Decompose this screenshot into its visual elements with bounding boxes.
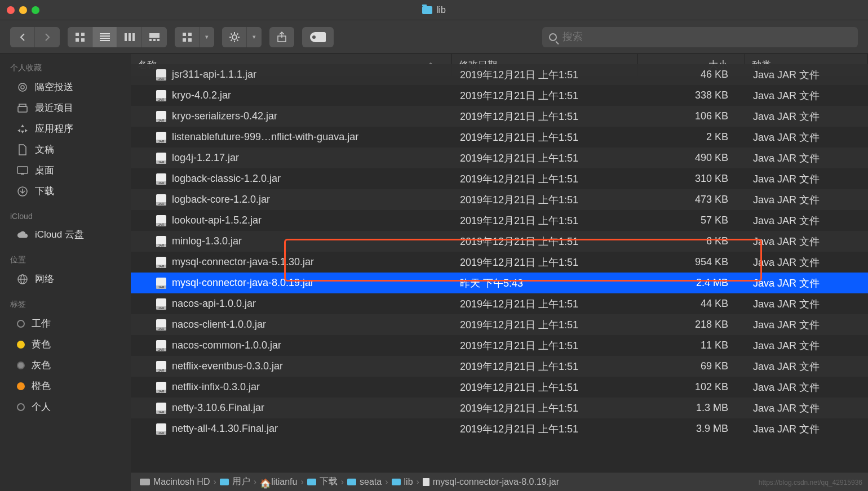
sidebar-item-label: 个人 [32,400,51,413]
file-row[interactable]: logback-core-1.2.0.jar2019年12月21日 上午1:51… [131,189,868,210]
list-view-button[interactable] [92,27,117,47]
file-row[interactable]: lookout-api-1.5.2.jar2019年12月21日 上午1:515… [131,210,868,231]
window-maximize-button[interactable] [32,6,39,14]
jar-file-icon [156,319,166,331]
file-row[interactable]: kryo-serializers-0.42.jar2019年12月21日 上午1… [131,106,868,127]
path-segment[interactable]: lib [392,477,413,487]
file-name: logback-core-1.2.0.jar [172,194,270,206]
sidebar-tag-黄色[interactable]: 黄色 [0,334,131,355]
file-rows[interactable]: jsr311-api-1.1.1.jar2019年12月21日 上午1:5146… [131,64,868,472]
jar-file-icon [156,69,166,81]
file-row[interactable]: log4j-1.2.17.jar2019年12月21日 上午1:51490 KB… [131,148,868,168]
tag-dot-icon [17,361,25,369]
file-row[interactable]: minlog-1.3.0.jar2019年12月21日 上午1:516 KBJa… [131,231,868,252]
path-label: lib [404,477,413,487]
chevron-down-icon[interactable]: ▾ [247,27,262,47]
path-bar[interactable]: Macintosh HD›用户›🏠litianfu›下载›seata›lib›m… [131,472,868,491]
file-row[interactable]: listenablefuture-999…nflict-with-guava.j… [131,127,868,148]
path-segment[interactable]: 下载 [307,476,338,488]
sidebar-item-network[interactable]: 网络 [0,269,131,289]
gear-icon[interactable] [222,27,247,47]
sidebar-head-tags: 标签 [0,296,131,313]
sidebar-tag-个人[interactable]: 个人 [0,396,131,417]
back-button[interactable] [10,27,35,47]
jar-file-icon [156,236,166,247]
icon-view-button[interactable] [68,27,92,47]
file-size: 310 KB [638,173,745,185]
svg-rect-16 [188,33,192,36]
file-name: jsr311-api-1.1.1.jar [172,69,256,81]
desktop-icon [17,165,28,176]
column-view-button[interactable] [117,27,142,47]
arrange-button[interactable] [175,27,200,47]
file-row[interactable]: netty-3.10.6.Final.jar2019年12月21日 上午1:51… [131,398,868,418]
file-size: 2.4 MB [638,277,745,289]
sidebar-item-downloads[interactable]: 下载 [0,181,131,202]
file-date: 2019年12月21日 上午1:51 [452,89,638,102]
file-kind: Java JAR 文件 [745,276,868,290]
chevron-down-icon[interactable]: ▾ [200,27,214,47]
svg-rect-26 [21,173,24,175]
arrange-group[interactable]: ▾ [175,27,214,47]
svg-rect-1 [81,33,85,36]
jar-file-icon [156,194,166,206]
tags-button[interactable] [302,27,334,47]
sidebar-item-recents[interactable]: 最近项目 [0,97,131,118]
window-minimize-button[interactable] [19,6,27,14]
svg-rect-12 [149,39,152,41]
share-button[interactable] [269,27,294,47]
file-row[interactable]: logback-classic-1.2.0.jar2019年12月21日 上午1… [131,168,868,189]
svg-rect-11 [149,33,160,38]
tag-dot-icon [17,320,25,328]
file-row[interactable]: nacos-common-1.0.0.jar2019年12月21日 上午1:51… [131,335,868,356]
svg-rect-5 [100,35,110,37]
file-kind: Java JAR 文件 [745,422,868,436]
file-row[interactable]: netflix-eventbus-0.3.0.jar2019年12月21日 上午… [131,356,868,377]
search-input[interactable] [563,31,851,43]
file-row[interactable]: netflix-infix-0.3.0.jar2019年12月21日 上午1:5… [131,377,868,398]
sidebar-tag-橙色[interactable]: 橙色 [0,376,131,396]
apps-icon [17,123,28,135]
svg-rect-8 [125,33,127,41]
window-close-button[interactable] [7,6,15,14]
file-row[interactable]: kryo-4.0.2.jar2019年12月21日 上午1:51338 KBJa… [131,85,868,106]
file-name: listenablefuture-999…nflict-with-guava.j… [172,131,358,143]
path-segment[interactable]: Macintosh HD [140,477,210,487]
file-row[interactable]: mysql-connector-java-8.0.19.jar昨天 下午5:43… [131,273,868,293]
sidebar-tag-工作[interactable]: 工作 [0,313,131,334]
recents-icon [17,102,28,114]
file-row[interactable]: nacos-api-1.0.0.jar2019年12月21日 上午1:5144 … [131,293,868,314]
file-row[interactable]: nacos-client-1.0.0.jar2019年12月21日 上午1:51… [131,314,868,335]
window-title: lib [437,5,446,15]
sidebar-item-desktop[interactable]: 桌面 [0,160,131,181]
file-date: 2019年12月21日 上午1:51 [452,401,638,415]
file-row[interactable]: jsr311-api-1.1.1.jar2019年12月21日 上午1:5146… [131,64,868,85]
file-row[interactable]: mysql-connector-java-5.1.30.jar2019年12月2… [131,252,868,273]
file-size: 46 KB [638,69,745,81]
action-group[interactable]: ▾ [222,27,262,47]
path-segment[interactable]: 🏠litianfu [260,477,297,487]
file-size: 6 KB [638,235,745,247]
sidebar-tag-灰色[interactable]: 灰色 [0,355,131,376]
search-field[interactable] [542,27,858,47]
file-row[interactable]: netty-all-4.1.30.Final.jar2019年12月21日 上午… [131,418,868,439]
svg-rect-25 [17,167,28,173]
tag-dot-icon [17,341,25,349]
path-segment[interactable]: mysql-connector-java-8.0.19.jar [423,477,559,487]
sidebar-item-apps[interactable]: 应用程序 [0,118,131,139]
sidebar-item-documents[interactable]: 文稿 [0,139,131,160]
file-name: logback-classic-1.2.0.jar [172,173,281,185]
file-name: lookout-api-1.5.2.jar [172,215,262,226]
file-date: 2019年12月21日 上午1:51 [452,422,638,436]
chevron-right-icon: › [300,477,303,487]
file-name: log4j-1.2.17.jar [172,152,239,164]
sidebar-item-airdrop[interactable]: 隔空投送 [0,77,131,97]
path-segment[interactable]: seata [347,477,382,487]
path-segment[interactable]: 用户 [220,476,250,488]
gallery-view-button[interactable] [142,27,167,47]
chevron-right-icon: › [341,477,344,487]
jar-file-icon [156,173,166,185]
forward-button[interactable] [35,27,60,47]
sidebar-item-icloud[interactable]: iCloud 云盘 [0,224,131,245]
sidebar-item-label: 最近项目 [35,101,73,114]
